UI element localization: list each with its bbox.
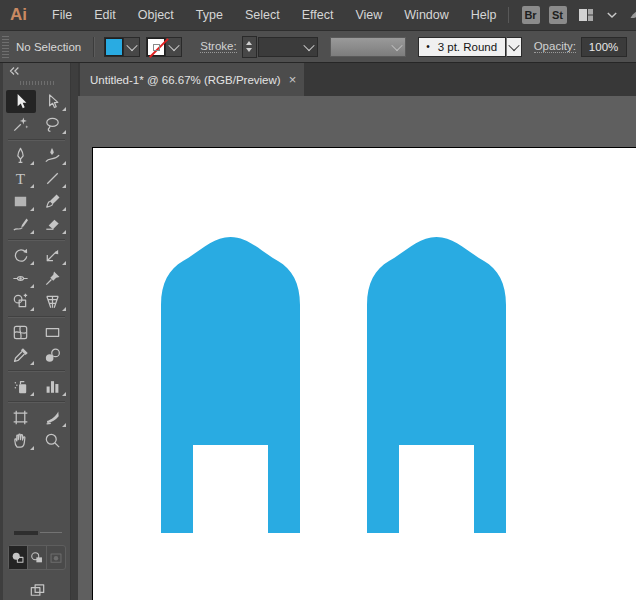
shape-builder-tool[interactable] <box>6 290 36 313</box>
workspace-switcher-icon[interactable] <box>576 5 596 25</box>
stroke-weight-stepper[interactable] <box>242 36 257 58</box>
menu-item-help[interactable]: Help <box>460 0 508 30</box>
hand-icon <box>11 431 30 450</box>
flyout-indicator <box>30 307 34 311</box>
collapse-panel-button[interactable] <box>7 65 21 77</box>
change-screen-mode-button[interactable] <box>25 579 49 600</box>
draw-normal-button[interactable] <box>9 546 28 569</box>
draw-behind-icon <box>29 550 45 566</box>
shaper-tool[interactable] <box>6 213 36 236</box>
control-bar-grip[interactable] <box>2 34 9 60</box>
curvature-tool[interactable] <box>38 144 68 167</box>
eyedropper-icon <box>11 346 30 365</box>
stock-button[interactable]: St <box>549 6 567 24</box>
symbol-sprayer-tool[interactable] <box>6 375 36 398</box>
rectangle-icon <box>11 192 30 211</box>
artboard-svg <box>93 148 636 600</box>
canvas-pasteboard[interactable] <box>78 96 636 600</box>
perspective-grid-icon <box>43 292 62 311</box>
flyout-indicator <box>30 184 34 188</box>
tab-close-button[interactable]: × <box>281 73 297 86</box>
rotate-icon <box>11 246 30 265</box>
fill-color-dropdown-button[interactable] <box>123 38 139 56</box>
fill-stroke-indicator-collapsed[interactable] <box>14 531 62 537</box>
document-tab[interactable]: Untitled-1* @ 66.67% (RGB/Preview) × <box>80 63 304 96</box>
flyout-indicator <box>62 207 66 211</box>
lasso-tool[interactable] <box>38 113 68 136</box>
blue-arch-shape[interactable] <box>367 237 506 533</box>
gpu-performance-icon[interactable] <box>628 5 636 25</box>
paintbrush-icon <box>43 192 62 211</box>
direct-selection-icon <box>43 92 62 111</box>
slice-tool[interactable] <box>38 406 68 429</box>
menu-item-window[interactable]: Window <box>393 0 459 30</box>
perspective-grid-tool[interactable] <box>38 290 68 313</box>
opacity-field[interactable]: 100% <box>581 37 627 57</box>
document-tab-bar: Untitled-1* @ 66.67% (RGB/Preview) × <box>0 63 636 96</box>
rotate-tool[interactable] <box>6 244 36 267</box>
drawing-mode-group <box>8 545 66 570</box>
fill-color-swatch[interactable] <box>105 38 123 56</box>
magic-wand-tool[interactable] <box>6 113 36 136</box>
brush-definition-chevron-button[interactable] <box>506 37 522 57</box>
curvature-icon <box>43 146 62 165</box>
tool-panel: T <box>3 63 71 600</box>
blue-arch-shape[interactable] <box>161 237 300 533</box>
menu-item-effect[interactable]: Effect <box>291 0 345 30</box>
panel-drag-handle[interactable] <box>20 81 54 85</box>
stroke-weight-label[interactable]: Stroke: <box>200 40 236 53</box>
chevron-down-icon[interactable] <box>605 8 619 22</box>
pen-icon <box>11 146 30 165</box>
blend-icon <box>43 346 62 365</box>
opacity-label[interactable]: Opacity: <box>534 40 576 53</box>
column-graph-tool[interactable] <box>38 375 68 398</box>
opacity-value: 100% <box>589 41 618 53</box>
artboard[interactable] <box>92 147 636 600</box>
flyout-indicator <box>62 107 66 111</box>
pen-tool[interactable] <box>6 144 36 167</box>
bridge-button[interactable]: Br <box>522 6 540 24</box>
menu-item-type[interactable]: Type <box>185 0 234 30</box>
tool-group-separator <box>8 401 65 403</box>
line-segment-tool[interactable] <box>38 167 68 190</box>
flyout-indicator <box>62 161 66 165</box>
draw-normal-icon <box>10 550 26 566</box>
menu-item-edit[interactable]: Edit <box>83 0 127 30</box>
gradient-tool[interactable] <box>38 321 68 344</box>
artboard-tool[interactable] <box>6 406 36 429</box>
menubar-divider <box>508 7 509 23</box>
menu-item-view[interactable]: View <box>344 0 393 30</box>
stroke-weight-dropdown[interactable] <box>258 37 318 57</box>
stroke-color-swatch[interactable] <box>147 38 165 56</box>
zoom-tool[interactable] <box>38 429 68 452</box>
zoom-icon <box>43 431 62 450</box>
menu-bar: Ai FileEditObjectTypeSelectEffectViewWin… <box>0 0 636 31</box>
flyout-indicator <box>30 230 34 234</box>
rectangle-tool[interactable] <box>6 190 36 213</box>
flyout-indicator <box>62 230 66 234</box>
hand-tool[interactable] <box>6 429 36 452</box>
flyout-indicator <box>30 207 34 211</box>
eyedropper-tool[interactable] <box>6 344 36 367</box>
flyout-indicator <box>62 130 66 134</box>
brush-definition-dropdown[interactable]: • 3 pt. Round <box>418 37 506 57</box>
control-bar-separator <box>93 37 95 57</box>
eraser-tool[interactable] <box>38 213 68 236</box>
type-tool[interactable]: T <box>6 167 36 190</box>
blend-tool[interactable] <box>38 344 68 367</box>
chevron-down-icon <box>168 39 179 50</box>
direct-selection-tool[interactable] <box>38 90 68 113</box>
width-tool[interactable] <box>6 267 36 290</box>
menu-item-object[interactable]: Object <box>127 0 185 30</box>
line-segment-icon <box>43 169 62 188</box>
paintbrush-tool[interactable] <box>38 190 68 213</box>
menu-item-select[interactable]: Select <box>234 0 291 30</box>
column-graph-icon <box>43 377 62 396</box>
puppet-warp-tool[interactable] <box>38 267 68 290</box>
mesh-tool[interactable] <box>6 321 36 344</box>
selection-tool[interactable] <box>6 90 36 113</box>
brush-definition-value: 3 pt. Round <box>438 41 497 53</box>
menu-item-file[interactable]: File <box>41 0 83 30</box>
scale-tool[interactable] <box>38 244 68 267</box>
draw-behind-button[interactable] <box>28 546 47 569</box>
